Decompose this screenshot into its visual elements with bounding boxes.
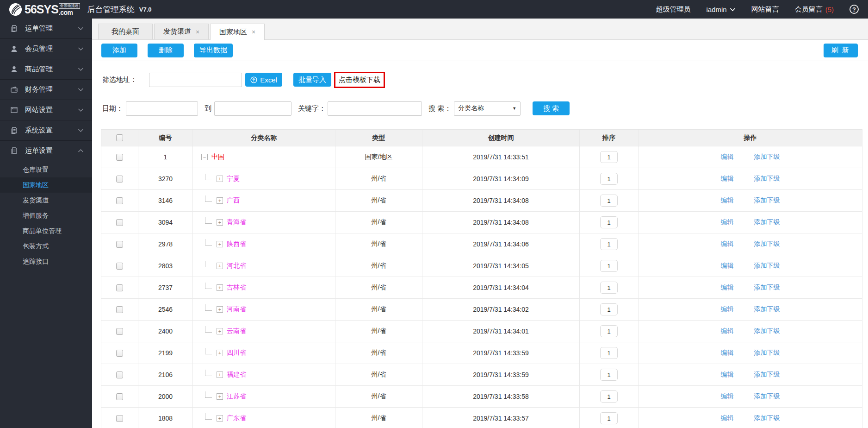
region-link[interactable]: 广东省 bbox=[227, 414, 246, 422]
keyword-input[interactable] bbox=[328, 101, 422, 116]
sort-order-input[interactable]: 1 bbox=[600, 390, 618, 403]
sidebar-item-商品管理[interactable]: 商品管理 bbox=[0, 59, 92, 80]
sort-order-input[interactable]: 1 bbox=[600, 347, 618, 359]
row-checkbox[interactable] bbox=[116, 154, 123, 161]
edit-link[interactable]: 编辑 bbox=[721, 283, 734, 292]
tree-expand-icon[interactable]: + bbox=[217, 393, 223, 400]
add-child-link[interactable]: 添加下级 bbox=[754, 392, 780, 401]
add-button[interactable]: 添加 bbox=[101, 44, 137, 57]
sort-order-input[interactable]: 1 bbox=[600, 216, 618, 228]
region-link[interactable]: 江苏省 bbox=[227, 392, 246, 401]
sort-order-input[interactable]: 1 bbox=[600, 238, 618, 250]
row-checkbox[interactable] bbox=[116, 350, 123, 357]
add-child-link[interactable]: 添加下级 bbox=[754, 327, 780, 335]
row-checkbox[interactable] bbox=[116, 415, 123, 422]
close-icon[interactable]: × bbox=[252, 28, 255, 36]
tree-expand-icon[interactable]: + bbox=[217, 263, 223, 269]
add-child-link[interactable]: 添加下级 bbox=[754, 196, 780, 205]
edit-link[interactable]: 编辑 bbox=[721, 414, 734, 422]
sort-order-input[interactable]: 1 bbox=[600, 260, 618, 272]
excel-button[interactable]: Excel bbox=[245, 73, 282, 87]
add-child-link[interactable]: 添加下级 bbox=[754, 371, 780, 379]
edit-link[interactable]: 编辑 bbox=[721, 392, 734, 401]
export-button[interactable]: 导出数据 bbox=[194, 44, 233, 57]
address-filter-input[interactable] bbox=[149, 73, 242, 87]
region-link[interactable]: 青海省 bbox=[227, 218, 246, 227]
close-icon[interactable]: × bbox=[196, 28, 199, 36]
row-checkbox[interactable] bbox=[116, 219, 123, 226]
sidebar-item-运单设置[interactable]: 运单设置 bbox=[0, 141, 92, 161]
sidebar-subitem-增值服务[interactable]: 增值服务 bbox=[0, 208, 92, 223]
add-child-link[interactable]: 添加下级 bbox=[754, 262, 780, 270]
search-type-select[interactable]: 分类名称 ▼ bbox=[454, 101, 521, 116]
help-icon[interactable]: ? bbox=[849, 5, 859, 14]
site-messages-link[interactable]: 网站留言 bbox=[751, 5, 779, 14]
row-checkbox[interactable] bbox=[116, 176, 123, 183]
sort-order-input[interactable]: 1 bbox=[600, 325, 618, 337]
row-checkbox[interactable] bbox=[116, 241, 123, 248]
sidebar-subitem-包装方式[interactable]: 包装方式 bbox=[0, 239, 92, 254]
sort-order-input[interactable]: 1 bbox=[600, 282, 618, 294]
add-child-link[interactable]: 添加下级 bbox=[754, 283, 780, 292]
add-child-link[interactable]: 添加下级 bbox=[754, 349, 780, 357]
sidebar-item-财务管理[interactable]: 财务管理 bbox=[0, 80, 92, 100]
tab-我的桌面[interactable]: 我的桌面 bbox=[98, 24, 153, 39]
date-from-input[interactable] bbox=[126, 101, 198, 116]
tree-collapse-icon[interactable]: − bbox=[201, 154, 208, 160]
tab-国家地区[interactable]: 国家地区× bbox=[210, 24, 265, 40]
add-child-link[interactable]: 添加下级 bbox=[754, 240, 780, 248]
row-checkbox[interactable] bbox=[116, 263, 123, 270]
sidebar-item-会员管理[interactable]: 会员管理 bbox=[0, 39, 92, 59]
region-link[interactable]: 福建省 bbox=[227, 371, 246, 379]
sort-order-input[interactable]: 1 bbox=[600, 195, 618, 207]
region-link[interactable]: 广西 bbox=[227, 196, 240, 205]
edit-link[interactable]: 编辑 bbox=[721, 175, 734, 183]
sort-order-input[interactable]: 1 bbox=[600, 151, 618, 163]
add-child-link[interactable]: 添加下级 bbox=[754, 153, 780, 161]
edit-link[interactable]: 编辑 bbox=[721, 153, 734, 161]
row-checkbox[interactable] bbox=[116, 306, 123, 313]
template-download-link[interactable]: 点击模板下载 bbox=[334, 72, 385, 88]
edit-link[interactable]: 编辑 bbox=[721, 240, 734, 248]
edit-link[interactable]: 编辑 bbox=[721, 305, 734, 314]
search-button[interactable]: 搜 索 bbox=[533, 101, 570, 115]
region-link[interactable]: 河北省 bbox=[227, 262, 246, 270]
tree-expand-icon[interactable]: + bbox=[217, 306, 223, 313]
row-checkbox[interactable] bbox=[116, 328, 123, 335]
user-menu[interactable]: iadmin bbox=[706, 6, 735, 13]
refresh-button[interactable]: 刷 新 bbox=[824, 44, 858, 57]
add-child-link[interactable]: 添加下级 bbox=[754, 218, 780, 227]
date-to-input[interactable] bbox=[214, 101, 291, 116]
edit-link[interactable]: 编辑 bbox=[721, 371, 734, 379]
region-link[interactable]: 河南省 bbox=[227, 305, 246, 314]
sidebar-subitem-仓库设置[interactable]: 仓库设置 bbox=[0, 162, 92, 177]
add-child-link[interactable]: 添加下级 bbox=[754, 414, 780, 422]
region-link[interactable]: 吉林省 bbox=[227, 283, 246, 292]
sidebar-item-系统设置[interactable]: 系统设置 bbox=[0, 120, 92, 141]
tree-expand-icon[interactable]: + bbox=[217, 219, 223, 226]
tree-expand-icon[interactable]: + bbox=[217, 176, 223, 182]
row-checkbox[interactable] bbox=[116, 393, 123, 400]
tree-expand-icon[interactable]: + bbox=[217, 197, 223, 204]
add-child-link[interactable]: 添加下级 bbox=[754, 305, 780, 314]
tree-expand-icon[interactable]: + bbox=[217, 284, 223, 291]
sidebar-item-网站设置[interactable]: 网站设置 bbox=[0, 100, 92, 120]
batch-import-button[interactable]: 批量导入 bbox=[293, 73, 331, 87]
sort-order-input[interactable]: 1 bbox=[600, 412, 618, 424]
sort-order-input[interactable]: 1 bbox=[600, 303, 618, 315]
tree-expand-icon[interactable]: + bbox=[217, 328, 223, 334]
delete-button[interactable]: 删除 bbox=[148, 44, 184, 57]
row-checkbox[interactable] bbox=[116, 197, 123, 204]
tree-expand-icon[interactable]: + bbox=[217, 350, 223, 356]
edit-link[interactable]: 编辑 bbox=[721, 349, 734, 357]
region-link[interactable]: 四川省 bbox=[227, 349, 246, 357]
region-link[interactable]: 云南省 bbox=[227, 327, 246, 335]
sidebar-subitem-国家地区[interactable]: 国家地区 bbox=[0, 177, 92, 193]
edit-link[interactable]: 编辑 bbox=[721, 218, 734, 227]
select-all-checkbox[interactable] bbox=[116, 134, 123, 141]
member-messages-link[interactable]: 会员留言 (5) bbox=[795, 5, 834, 14]
sidebar-subitem-追踪接口[interactable]: 追踪接口 bbox=[0, 254, 92, 269]
tree-expand-icon[interactable]: + bbox=[217, 415, 223, 422]
region-link[interactable]: 陕西省 bbox=[227, 240, 246, 248]
tree-expand-icon[interactable]: + bbox=[217, 241, 223, 247]
